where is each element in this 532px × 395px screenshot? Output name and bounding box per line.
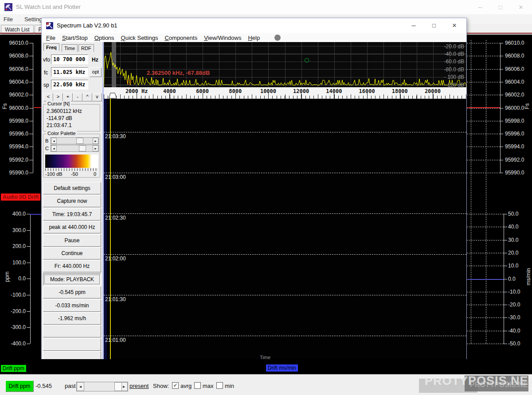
grid-line [467,82,500,82]
db-axis-label: -80.0 dB [444,66,464,73]
spectrum-graph[interactable]: 2.362500 kHz, -67.88dB -20.0 dB-40.0 dB-… [104,42,466,87]
axis-tick [504,240,507,240]
frequency-scale[interactable]: 2000 Hz400060008000100001200014000160001… [104,87,466,99]
panel-button-default-settings[interactable]: Default settings [43,182,101,194]
waterfall-display[interactable]: 21:03:3021:03:0021:02:3021:02:0021:01:30… [104,99,466,359]
sp-input[interactable]: 22.050 kHz [51,80,88,89]
slider-left-arrow[interactable]: ◄ [51,138,57,144]
panel-button-time-display[interactable]: Time: 19:03:45.7 [43,208,101,221]
sl-minimize-button[interactable]: ─ [403,18,424,32]
nav-button-up[interactable]: ^ [82,93,92,101]
scrollbar-track[interactable] [84,382,120,391]
axis-tick-label: -30.0 [508,314,520,321]
nav-button-plus[interactable]: + [63,93,73,101]
axis-tick [500,69,503,70]
grid-line [467,173,500,173]
checkbox-avrg[interactable]: ✓ [172,382,179,389]
drift-ppm-button[interactable]: Drift ppm [5,380,34,392]
slider-right-arrow[interactable]: ► [93,145,98,151]
slider-right-arrow[interactable]: ► [93,138,98,144]
sl-menu-quick-settings[interactable]: Quick Settings [121,35,158,41]
passband-indicator[interactable] [109,93,117,99]
axis-tick-label: -400.0 [11,341,26,347]
contrast-slider[interactable]: ◄ ► [51,145,99,152]
drift-value: -0.545 [35,383,52,389]
panel-button-mode-playback[interactable]: Mode: PLAYBACK [43,273,101,286]
axis-tick-label: 300.0 [12,227,26,233]
panel-button-peak-display[interactable]: peak at 440.000 Hz [43,221,101,233]
panel-button-fr-display[interactable]: Fr: 440.000 Hz [43,260,101,272]
nav-button-down[interactable]: v [92,93,102,101]
axis-tick [504,214,507,214]
panel-button-spare-3[interactable] [43,351,101,359]
nav-button-left[interactable]: < [43,93,53,101]
axis-tick [27,214,30,214]
sl-close-button[interactable]: ✕ [444,18,465,32]
panel-button-spare-2[interactable] [43,338,101,351]
axis-tick [504,331,507,331]
history-scrollbar[interactable]: ◄ ► [76,382,128,391]
slider-left-arrow[interactable]: ◄ [51,145,57,151]
checkbox-max[interactable] [194,382,201,389]
freq-major-tick [169,93,170,99]
waterfall-time-gridline: 21:01:30 [104,295,466,295]
axis-tick-label: 50.0 [508,211,518,217]
sl-titlebar[interactable]: Spectrum Lab V2.90 b1 ─ □ ✕ [42,18,466,33]
time-axis-label: Time [260,355,270,359]
slider-thumb[interactable] [79,145,86,151]
axis-line [33,43,33,173]
sl-maximize-button[interactable]: □ [424,18,444,32]
sl-menu-file[interactable]: File [46,35,55,41]
waterfall-time-gridline: 21:02:00 [104,254,466,255]
panel-button-drift-msmin-value[interactable]: -0.033 ms/min [43,299,101,312]
slider-track[interactable] [57,138,93,144]
panel-button-spare-1[interactable] [43,325,101,337]
sl-menu-help[interactable]: Help [248,35,260,41]
tab-rdf[interactable]: RDF [78,44,94,52]
axis-line [504,214,504,344]
palette-gradient[interactable] [45,155,98,168]
axis-tick-label: 40.0 [508,224,518,230]
vfo-input[interactable]: 10 700 000 [51,54,88,64]
checkbox-min[interactable] [216,382,223,389]
bg-maximize-button[interactable]: □ [490,0,511,14]
slider-track[interactable] [57,145,93,151]
sl-menu-start-stop[interactable]: Start/Stop [62,35,88,41]
panel-button-drift-msh-value[interactable]: -1.962 ms/h [43,312,101,325]
axis-tick-label: 96002.0 [9,92,28,98]
tab-time[interactable]: Time [62,44,78,52]
opt-button[interactable]: opt [90,67,102,77]
axis-tick-label: 30.0 [508,237,518,243]
sl-menu-options[interactable]: Options [94,35,114,41]
axis-tick-label: 96002.0 [505,92,524,98]
axis-tick-label: 95998.0 [9,118,28,124]
nav-button-right[interactable]: > [53,93,63,101]
tab-freq[interactable]: Freq [43,43,59,51]
fc-input[interactable]: 11.025 kHz [51,67,88,77]
panel-button-continue[interactable]: Continue [43,247,101,259]
ppm-axis-label: ppm [4,271,10,282]
fc-label: fc [44,70,48,76]
waterfall-time-gridline: 21:01:00 [104,336,466,336]
bg-menu-file[interactable]: File [4,16,13,23]
scrollbar-thumb[interactable] [114,382,122,391]
axis-tick-label: 100.0 [12,259,26,266]
sl-menu-view-windows[interactable]: View/Windows [204,35,241,41]
panel-button-drift-ppm-value[interactable]: -0.545 ppm [43,286,101,298]
bg-close-button[interactable]: ✕ [511,0,531,14]
slider-thumb[interactable] [76,138,83,144]
nav-button-minus[interactable]: - [73,93,82,101]
axis-tick-label: 96004.0 [505,79,524,85]
scroll-left-arrow[interactable]: ◄ [77,382,84,391]
panel-button-capture-now[interactable]: Capture now [43,195,101,207]
axis-tick-label: 400.0 [12,211,26,217]
sl-menu-components[interactable]: Components [164,35,197,41]
panel-button-pause[interactable]: Pause [43,234,101,247]
freq-major-tick [203,93,203,99]
present-link[interactable]: present [129,383,149,389]
bg-minimize-button[interactable]: ─ [470,0,490,14]
brightness-slider[interactable]: ◄ ► [51,137,99,144]
spectrum-cursor-readout: 2.362500 kHz, -67.88dB [147,70,210,76]
axis-tick-label: 95990.0 [9,170,28,176]
axis-tick [504,318,507,318]
